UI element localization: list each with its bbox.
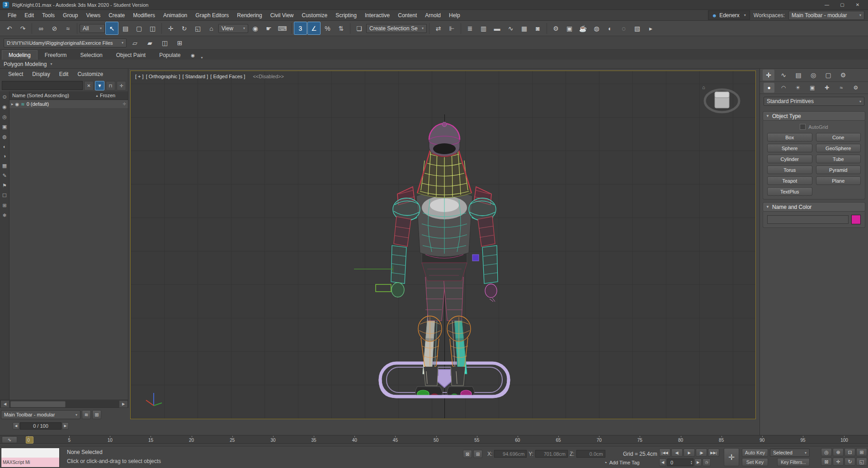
tube-button[interactable]: Tube	[816, 155, 861, 163]
keyboard-override-icon[interactable]: ⌨	[276, 22, 289, 35]
menu-animation[interactable]: Animation	[159, 11, 191, 20]
maximize-viewport-icon[interactable]: ◱	[856, 458, 867, 466]
auto-key-button[interactable]: Auto Key	[742, 449, 768, 457]
use-pivot-center-icon[interactable]: ◉	[249, 22, 262, 35]
frozen-column-header[interactable]: ▲ Frozen	[95, 93, 128, 98]
knight-model[interactable]	[354, 120, 535, 400]
clear-search-icon[interactable]: ✕	[84, 81, 94, 90]
zoom-extents-all-icon[interactable]: ⊞	[856, 448, 867, 456]
category-helpers-icon[interactable]: ✚	[821, 83, 832, 93]
viewport-style-menu[interactable]: [ Standard ]	[182, 74, 208, 79]
torus-button[interactable]: Torus	[767, 165, 812, 174]
redo-icon[interactable]: ↷	[16, 22, 29, 35]
tab-display-icon[interactable]: ▢	[822, 70, 834, 80]
spinner-down-icon[interactable]: ▾	[691, 463, 692, 465]
menu-views[interactable]: Views	[82, 11, 104, 20]
open-file-icon[interactable]: ▰	[143, 36, 156, 49]
textplus-button[interactable]: TextPlus	[767, 187, 812, 196]
user-account-dropdown[interactable]: ☻ Edenerx ▾	[708, 10, 750, 20]
viewcube[interactable]: ⌂	[696, 81, 743, 118]
object-type-rollout-header[interactable]: ▼ Object Type	[763, 111, 865, 121]
object-color-swatch[interactable]	[851, 215, 861, 224]
display-lights-icon[interactable]: ▣	[2, 124, 7, 130]
select-by-name-icon[interactable]: ▤	[119, 22, 132, 35]
menu-interactive[interactable]: Interactive	[361, 11, 394, 20]
render-setup-icon[interactable]: ⚙	[549, 22, 562, 35]
display-helpers-icon[interactable]: ◐	[3, 144, 6, 149]
named-selection-set-dropdown[interactable]: Create Selection Se ▾	[366, 24, 427, 33]
list-item[interactable]: ▸ ◉ ≋ 0 (default) ✛	[9, 100, 128, 108]
selection-filter-dropdown[interactable]: All ▾	[80, 24, 105, 33]
menu-help[interactable]: Help	[445, 11, 464, 20]
category-lights-icon[interactable]: ☀	[793, 83, 803, 93]
tab-selection[interactable]: Selection	[74, 51, 108, 60]
category-shapes-icon[interactable]: ◠	[778, 83, 789, 93]
category-systems-icon[interactable]: ⚙	[850, 83, 861, 93]
geosphere-button[interactable]: GeoSphere	[816, 144, 861, 152]
align-icon[interactable]: ⊩	[445, 22, 458, 35]
zoom-extents-icon[interactable]: ⊡	[844, 448, 855, 456]
fetch-icon[interactable]: ⊞	[173, 36, 186, 49]
edit-named-selections-icon[interactable]: ❏	[353, 22, 366, 35]
absolute-offset-icon[interactable]: ⊞	[473, 450, 482, 458]
workspace-settings-icon[interactable]: ⊞	[92, 410, 101, 419]
reference-coordinate-dropdown[interactable]: View ▾	[218, 24, 248, 33]
primitive-category-dropdown[interactable]: Standard Primitives ▾	[764, 97, 864, 106]
listener-pane[interactable]	[1, 448, 59, 458]
go-to-end-icon[interactable]: ▶▶|	[708, 449, 719, 457]
y-coordinate-field[interactable]: 701.08cm	[535, 450, 568, 458]
undo-icon[interactable]: ↶	[3, 22, 16, 35]
previous-key-icon[interactable]: ◀|	[671, 449, 683, 457]
teapot-button[interactable]: Teapot	[767, 176, 812, 185]
scrollbar-thumb[interactable]	[10, 401, 66, 407]
table-header[interactable]: Name (Sorted Ascending) ▲ Frozen	[9, 91, 128, 100]
workspace-layers-icon[interactable]: ≋	[82, 410, 91, 419]
tab-modify-icon[interactable]: ∿	[778, 70, 789, 80]
display-xrefs-icon[interactable]: ✎	[2, 173, 6, 179]
category-geometry-icon[interactable]: ●	[764, 83, 774, 93]
workspace-dropdown[interactable]: Main Toolbar - modular ▾	[788, 11, 864, 20]
pick-mode-icon[interactable]: ❄	[2, 213, 6, 218]
state-sets-icon[interactable]: ▧	[631, 22, 644, 35]
window-crossing-icon[interactable]: ◫	[146, 22, 159, 35]
viewport-shading-menu[interactable]: [ Edged Faces ]	[210, 74, 245, 79]
explorer-menu-select[interactable]: Select	[5, 70, 27, 78]
next-frame-icon[interactable]: ▶	[62, 422, 69, 430]
toggle-scene-explorer-icon[interactable]: ▥	[477, 22, 490, 35]
pan-icon[interactable]: ✛	[833, 458, 844, 466]
add-explorer-icon[interactable]: ✛	[117, 81, 126, 90]
zoom-all-icon[interactable]: ⊕	[833, 448, 844, 456]
visibility-eye-icon[interactable]: ◉	[15, 102, 19, 107]
selection-region-icon[interactable]: ▢	[132, 22, 146, 35]
display-bones-icon[interactable]: ⚑	[2, 183, 7, 189]
menu-arnold[interactable]: Arnold	[421, 11, 445, 20]
mini-curve-editor-icon[interactable]: ∿	[2, 436, 17, 443]
menu-scripting[interactable]: Scripting	[331, 11, 361, 20]
bind-to-spacewarp-icon[interactable]: ≈	[61, 22, 75, 35]
more-tools-icon[interactable]: ▸	[644, 22, 657, 35]
display-cameras-icon[interactable]: ◍	[2, 134, 7, 140]
tab-hierarchy-icon[interactable]: ▤	[793, 70, 804, 80]
render-iterative-icon[interactable]: ◍	[590, 22, 603, 35]
frozen-cell-icon[interactable]: ✛	[123, 102, 126, 106]
spinner-snap-icon[interactable]: ⇅	[335, 22, 348, 35]
time-slider[interactable]: 0 / 100	[20, 422, 61, 430]
key-set-dropdown[interactable]: Selected ▾	[770, 449, 810, 457]
z-coordinate-field[interactable]: 0.0cm	[576, 450, 605, 458]
key-filters-button[interactable]: Key Filters...	[777, 458, 810, 466]
toolbar-workspace-dropdown[interactable]: Main Toolbar - modular ▾	[1, 410, 80, 419]
orbit-icon[interactable]: ↻	[844, 458, 855, 466]
explorer-empty-area[interactable]	[9, 108, 128, 400]
unlink-selection-icon[interactable]: ⊘	[48, 22, 61, 35]
save-file-icon[interactable]: ◫	[158, 36, 171, 49]
tab-utilities-icon[interactable]: ⚙	[837, 70, 849, 80]
display-shapes-icon[interactable]: ◎	[2, 114, 7, 120]
select-and-place-icon[interactable]: ⌂	[205, 22, 218, 35]
time-configuration-icon[interactable]: ◷	[703, 459, 711, 466]
menu-graph-editors[interactable]: Graph Editors	[191, 11, 233, 20]
close-button[interactable]: ✕	[850, 0, 865, 9]
display-containers-icon[interactable]: ☐	[2, 193, 7, 199]
menu-edit[interactable]: Edit	[20, 11, 38, 20]
select-and-move-icon[interactable]: ✛	[164, 22, 177, 35]
viewport[interactable]: [ + ] [ Orthographic ] [ Standard ] [ Ed…	[130, 71, 756, 419]
